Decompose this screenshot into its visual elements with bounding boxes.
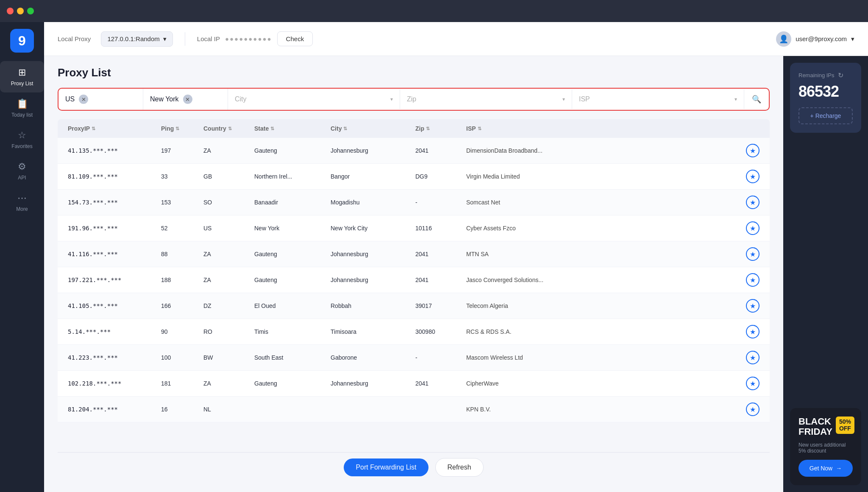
cell-isp: MTN SA xyxy=(463,245,573,263)
proxy-dropdown-icon: ▾ xyxy=(163,35,167,43)
sidebar-item-proxy-list[interactable]: ⊞ Proxy List xyxy=(0,61,44,92)
favorite-button[interactable]: ★ xyxy=(746,403,760,416)
table-body: 41.135.***.*** 197 ZA Gauteng Johannesbu… xyxy=(58,138,770,452)
table-row[interactable]: 41.105.***.*** 166 DZ El Oued Robbah 390… xyxy=(58,293,770,319)
favorite-button[interactable]: ★ xyxy=(746,299,760,313)
cell-country: RO xyxy=(200,322,251,341)
cell-ping: 166 xyxy=(158,296,200,315)
favorite-button[interactable]: ★ xyxy=(746,351,760,364)
sort-isp-icon: ⇅ xyxy=(478,126,481,131)
port-forwarding-button[interactable]: Port Forwarding List xyxy=(344,458,428,476)
close-button[interactable] xyxy=(7,8,14,14)
sidebar-item-favorites[interactable]: ☆ Favorites xyxy=(0,124,44,155)
favorite-button[interactable]: ★ xyxy=(746,325,760,338)
user-avatar: 👤 xyxy=(776,31,791,47)
state-filter[interactable]: New York ✕ xyxy=(143,89,228,110)
cell-favorite: ★ xyxy=(743,319,763,344)
table-row[interactable]: 5.14.***.*** 90 RO Timis Timisoara 30098… xyxy=(58,319,770,345)
get-now-button[interactable]: Get Now → xyxy=(798,460,853,477)
check-button[interactable]: Check xyxy=(277,31,313,46)
bf-description: New users additional5% discount xyxy=(798,442,853,454)
cell-proxyip: 5.14.***.*** xyxy=(64,322,158,341)
cell-country: ZA xyxy=(200,141,251,160)
favorite-button[interactable]: ★ xyxy=(746,170,760,183)
th-isp-label: ISP xyxy=(466,125,476,132)
country-clear-button[interactable]: ✕ xyxy=(79,95,88,104)
user-dropdown-icon: ▾ xyxy=(851,35,854,43)
table-row[interactable]: 102.218.***.*** 181 ZA Gauteng Johannesb… xyxy=(58,371,770,397)
cell-favorite: ★ xyxy=(743,397,763,422)
city-filter[interactable]: City ▾ xyxy=(228,89,400,109)
country-filter[interactable]: US ✕ xyxy=(58,89,143,110)
local-proxy-label: Local Proxy xyxy=(58,35,91,42)
cell-isp: Somcast Net xyxy=(463,193,573,212)
favorite-button[interactable]: ★ xyxy=(746,247,760,261)
state-filter-value: New York xyxy=(150,95,179,103)
maximize-button[interactable] xyxy=(27,8,34,14)
favorite-button[interactable]: ★ xyxy=(746,377,760,390)
cell-isp: RCS & RDS S.A. xyxy=(463,322,573,341)
cell-isp: KPN B.V. xyxy=(463,400,573,419)
user-info: 👤 user@9proxy.com ▾ xyxy=(776,31,854,47)
refresh-button[interactable]: Refresh xyxy=(435,458,484,477)
cell-proxyip: 81.109.***.*** xyxy=(64,167,158,186)
sort-ping-icon: ⇅ xyxy=(175,126,179,131)
favorite-button[interactable]: ★ xyxy=(746,144,760,157)
sort-proxyip-icon: ⇅ xyxy=(92,126,95,131)
filter-bar: US ✕ New York ✕ City ▾ Zip ▾ xyxy=(58,88,770,111)
table-row[interactable]: 191.96.***.*** 52 US New York New York C… xyxy=(58,215,770,241)
th-city[interactable]: City ⇅ xyxy=(327,119,412,138)
cell-zip: - xyxy=(412,348,463,367)
cell-isp: Mascom Wireless Ltd xyxy=(463,348,573,367)
bf-badge: 50%OFF xyxy=(836,417,854,434)
proxy-selector[interactable]: 127.0.0.1:Random ▾ xyxy=(101,31,172,47)
favorite-button[interactable]: ★ xyxy=(746,196,760,209)
th-ping[interactable]: Ping ⇅ xyxy=(158,119,200,138)
sidebar-label-today-list: Today list xyxy=(11,112,33,118)
bf-title: BLACKFRIDAY xyxy=(798,417,832,437)
titlebar xyxy=(0,0,868,22)
refresh-remaining-icon[interactable]: ↻ xyxy=(838,71,843,79)
isp-filter-placeholder: ISP xyxy=(579,95,731,103)
favorite-button[interactable]: ★ xyxy=(746,273,760,287)
table-row[interactable]: 41.223.***.*** 100 BW South East Gaboron… xyxy=(58,345,770,371)
recharge-button[interactable]: + Recharge xyxy=(798,107,853,124)
proxy-table: ProxyIP ⇅ Ping ⇅ Country ⇅ State xyxy=(58,119,770,452)
th-state[interactable]: State ⇅ xyxy=(251,119,327,138)
th-isp[interactable]: ISP ⇅ xyxy=(463,119,743,138)
sidebar: 9 ⊞ Proxy List 📋 Today list ☆ Favorites … xyxy=(0,22,44,492)
cell-state: Gauteng xyxy=(251,245,327,263)
local-ip-label: Local IP xyxy=(197,35,220,42)
table-row[interactable]: 81.109.***.*** 33 GB Northern Irel... Ba… xyxy=(58,164,770,190)
isp-filter[interactable]: ISP ▾ xyxy=(572,89,744,109)
zip-filter[interactable]: Zip ▾ xyxy=(400,89,572,109)
cell-zip: 2041 xyxy=(412,245,463,263)
sidebar-item-more[interactable]: ⋯ More xyxy=(0,187,44,218)
favorite-button[interactable]: ★ xyxy=(746,221,760,235)
th-country[interactable]: Country ⇅ xyxy=(200,119,251,138)
minimize-button[interactable] xyxy=(17,8,24,14)
th-proxyip[interactable]: ProxyIP ⇅ xyxy=(64,119,158,138)
sidebar-item-api[interactable]: ⚙ API xyxy=(0,155,44,187)
cell-country: DZ xyxy=(200,296,251,315)
sidebar-label-proxy-list: Proxy List xyxy=(11,81,33,87)
cell-city: Robbah xyxy=(327,296,412,315)
cell-favorite: ★ xyxy=(743,164,763,189)
table-row[interactable]: 81.204.***.*** 16 NL KPN B.V. ★ xyxy=(58,397,770,422)
cell-isp: DimensionData Broadband... xyxy=(463,141,573,160)
arrow-right-icon: → xyxy=(836,465,842,472)
remaining-count: 86532 xyxy=(798,83,853,101)
cell-city: Johannesburg xyxy=(327,374,412,393)
table-row[interactable]: 154.73.***.*** 153 SO Banaadir Mogadishu… xyxy=(58,190,770,215)
table-row[interactable]: 41.116.***.*** 88 ZA Gauteng Johannesbur… xyxy=(58,241,770,267)
sidebar-item-today-list[interactable]: 📋 Today list xyxy=(0,92,44,124)
table-row[interactable]: 197.221.***.*** 188 ZA Gauteng Johannesb… xyxy=(58,267,770,293)
cell-isp: Jasco Converged Solutions... xyxy=(463,271,573,289)
cell-state: Banaadir xyxy=(251,193,327,212)
table-row[interactable]: 41.135.***.*** 197 ZA Gauteng Johannesbu… xyxy=(58,138,770,164)
sort-country-icon: ⇅ xyxy=(228,126,232,131)
search-button[interactable]: 🔍 xyxy=(744,89,769,110)
th-proxyip-label: ProxyIP xyxy=(68,125,90,132)
state-clear-button[interactable]: ✕ xyxy=(183,95,192,104)
th-zip[interactable]: Zip ⇅ xyxy=(412,119,463,138)
